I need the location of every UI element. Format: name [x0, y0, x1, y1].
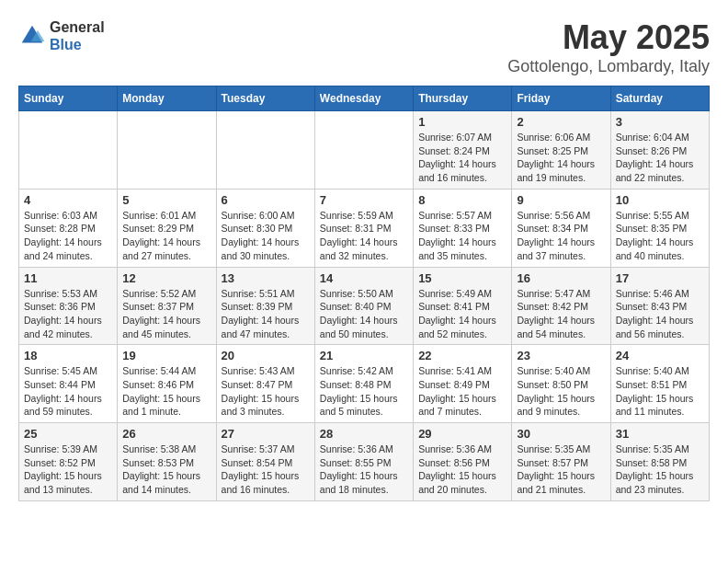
day-number: 12	[122, 271, 210, 285]
header-friday: Friday	[512, 86, 610, 111]
calendar-header-row: SundayMondayTuesdayWednesdayThursdayFrid…	[19, 86, 710, 111]
day-number: 23	[517, 349, 605, 362]
day-info: Sunrise: 5:39 AM Sunset: 8:52 PM Dayligh…	[24, 442, 112, 497]
logo-text: General Blue	[50, 18, 105, 53]
day-number: 4	[24, 193, 112, 207]
day-info: Sunrise: 5:57 AM Sunset: 8:33 PM Dayligh…	[418, 209, 506, 263]
day-info: Sunrise: 5:41 AM Sunset: 8:49 PM Dayligh…	[418, 364, 506, 419]
day-info: Sunrise: 5:36 AM Sunset: 8:55 PM Dayligh…	[320, 442, 408, 497]
day-number: 17	[616, 271, 704, 285]
day-info: Sunrise: 5:37 AM Sunset: 8:54 PM Dayligh…	[222, 442, 310, 497]
calendar-cell: 31Sunrise: 5:35 AM Sunset: 8:58 PM Dayli…	[610, 423, 709, 501]
calendar-cell	[314, 111, 413, 190]
header-monday: Monday	[118, 86, 216, 111]
day-info: Sunrise: 5:59 AM Sunset: 8:31 PM Dayligh…	[320, 209, 408, 263]
calendar-cell: 18Sunrise: 5:45 AM Sunset: 8:44 PM Dayli…	[19, 345, 118, 423]
day-info: Sunrise: 6:04 AM Sunset: 8:26 PM Dayligh…	[616, 131, 704, 185]
day-number: 25	[24, 427, 112, 441]
logo: General Blue	[18, 18, 105, 53]
calendar-week-row: 18Sunrise: 5:45 AM Sunset: 8:44 PM Dayli…	[19, 345, 710, 423]
day-info: Sunrise: 5:49 AM Sunset: 8:41 PM Dayligh…	[418, 287, 506, 341]
calendar-week-row: 1Sunrise: 6:07 AM Sunset: 8:24 PM Daylig…	[19, 111, 710, 190]
day-number: 24	[616, 349, 704, 362]
day-number: 27	[222, 427, 310, 441]
calendar-cell: 4Sunrise: 6:03 AM Sunset: 8:28 PM Daylig…	[19, 189, 118, 267]
calendar-cell: 15Sunrise: 5:49 AM Sunset: 8:41 PM Dayli…	[414, 267, 512, 345]
day-number: 5	[122, 193, 210, 207]
day-info: Sunrise: 6:03 AM Sunset: 8:28 PM Dayligh…	[24, 209, 112, 263]
day-info: Sunrise: 5:55 AM Sunset: 8:35 PM Dayligh…	[616, 209, 704, 263]
logo-blue: Blue	[50, 36, 105, 53]
calendar-cell: 29Sunrise: 5:36 AM Sunset: 8:56 PM Dayli…	[414, 423, 512, 501]
header-sunday: Sunday	[19, 86, 118, 111]
day-info: Sunrise: 5:36 AM Sunset: 8:56 PM Dayligh…	[418, 442, 506, 497]
calendar-cell: 30Sunrise: 5:35 AM Sunset: 8:57 PM Dayli…	[512, 423, 610, 501]
day-info: Sunrise: 5:42 AM Sunset: 8:48 PM Dayligh…	[320, 364, 408, 419]
day-number: 15	[418, 271, 506, 285]
logo-icon	[18, 22, 46, 50]
calendar-cell: 12Sunrise: 5:52 AM Sunset: 8:37 PM Dayli…	[118, 267, 216, 345]
day-number: 22	[418, 349, 506, 362]
day-number: 29	[418, 427, 506, 441]
day-info: Sunrise: 5:35 AM Sunset: 8:58 PM Dayligh…	[616, 442, 704, 497]
calendar-cell: 3Sunrise: 6:04 AM Sunset: 8:26 PM Daylig…	[610, 111, 709, 190]
calendar-week-row: 25Sunrise: 5:39 AM Sunset: 8:52 PM Dayli…	[19, 423, 710, 501]
day-number: 26	[122, 427, 210, 441]
day-number: 1	[418, 115, 506, 129]
calendar-cell: 27Sunrise: 5:37 AM Sunset: 8:54 PM Dayli…	[216, 423, 314, 501]
day-info: Sunrise: 5:51 AM Sunset: 8:39 PM Dayligh…	[222, 287, 310, 341]
day-number: 14	[320, 271, 408, 285]
calendar-table: SundayMondayTuesdayWednesdayThursdayFrid…	[18, 86, 710, 501]
calendar-cell: 25Sunrise: 5:39 AM Sunset: 8:52 PM Dayli…	[19, 423, 118, 501]
calendar-cell: 8Sunrise: 5:57 AM Sunset: 8:33 PM Daylig…	[414, 189, 512, 267]
day-info: Sunrise: 5:47 AM Sunset: 8:42 PM Dayligh…	[517, 287, 605, 341]
calendar-cell: 20Sunrise: 5:43 AM Sunset: 8:47 PM Dayli…	[216, 345, 314, 423]
page-header: General Blue May 2025 Gottolengo, Lombar…	[18, 18, 710, 76]
calendar-cell: 24Sunrise: 5:40 AM Sunset: 8:51 PM Dayli…	[610, 345, 709, 423]
header-wednesday: Wednesday	[314, 86, 413, 111]
day-number: 18	[24, 349, 112, 362]
day-info: Sunrise: 5:56 AM Sunset: 8:34 PM Dayligh…	[517, 209, 605, 263]
calendar-cell: 21Sunrise: 5:42 AM Sunset: 8:48 PM Dayli…	[314, 345, 413, 423]
day-number: 7	[320, 193, 408, 207]
page-subtitle: Gottolengo, Lombardy, Italy	[507, 57, 710, 76]
day-number: 20	[222, 349, 310, 362]
day-info: Sunrise: 5:35 AM Sunset: 8:57 PM Dayligh…	[517, 442, 605, 497]
calendar-cell	[19, 111, 118, 190]
day-number: 10	[616, 193, 704, 207]
calendar-cell: 16Sunrise: 5:47 AM Sunset: 8:42 PM Dayli…	[512, 267, 610, 345]
day-info: Sunrise: 5:50 AM Sunset: 8:40 PM Dayligh…	[320, 287, 408, 341]
calendar-cell: 6Sunrise: 6:00 AM Sunset: 8:30 PM Daylig…	[216, 189, 314, 267]
day-number: 16	[517, 271, 605, 285]
day-info: Sunrise: 5:45 AM Sunset: 8:44 PM Dayligh…	[24, 364, 112, 419]
day-number: 28	[320, 427, 408, 441]
day-number: 19	[122, 349, 210, 362]
day-info: Sunrise: 6:00 AM Sunset: 8:30 PM Dayligh…	[222, 209, 310, 263]
day-info: Sunrise: 5:38 AM Sunset: 8:53 PM Dayligh…	[122, 442, 210, 497]
day-number: 13	[222, 271, 310, 285]
calendar-cell	[216, 111, 314, 190]
day-number: 21	[320, 349, 408, 362]
day-info: Sunrise: 5:43 AM Sunset: 8:47 PM Dayligh…	[222, 364, 310, 419]
calendar-cell: 17Sunrise: 5:46 AM Sunset: 8:43 PM Dayli…	[610, 267, 709, 345]
day-number: 2	[517, 115, 605, 129]
calendar-cell: 10Sunrise: 5:55 AM Sunset: 8:35 PM Dayli…	[610, 189, 709, 267]
header-thursday: Thursday	[414, 86, 512, 111]
day-info: Sunrise: 5:53 AM Sunset: 8:36 PM Dayligh…	[24, 287, 112, 341]
day-number: 6	[222, 193, 310, 207]
header-saturday: Saturday	[610, 86, 709, 111]
calendar-cell: 5Sunrise: 6:01 AM Sunset: 8:29 PM Daylig…	[118, 189, 216, 267]
day-info: Sunrise: 6:06 AM Sunset: 8:25 PM Dayligh…	[517, 131, 605, 185]
calendar-cell: 1Sunrise: 6:07 AM Sunset: 8:24 PM Daylig…	[414, 111, 512, 190]
day-number: 9	[517, 193, 605, 207]
calendar-cell: 9Sunrise: 5:56 AM Sunset: 8:34 PM Daylig…	[512, 189, 610, 267]
day-info: Sunrise: 5:46 AM Sunset: 8:43 PM Dayligh…	[616, 287, 704, 341]
day-info: Sunrise: 6:07 AM Sunset: 8:24 PM Dayligh…	[418, 131, 506, 185]
calendar-cell: 19Sunrise: 5:44 AM Sunset: 8:46 PM Dayli…	[118, 345, 216, 423]
day-number: 3	[616, 115, 704, 129]
calendar-cell: 14Sunrise: 5:50 AM Sunset: 8:40 PM Dayli…	[314, 267, 413, 345]
calendar-cell: 22Sunrise: 5:41 AM Sunset: 8:49 PM Dayli…	[414, 345, 512, 423]
calendar-cell: 2Sunrise: 6:06 AM Sunset: 8:25 PM Daylig…	[512, 111, 610, 190]
day-number: 30	[517, 427, 605, 441]
day-info: Sunrise: 5:40 AM Sunset: 8:50 PM Dayligh…	[517, 364, 605, 419]
